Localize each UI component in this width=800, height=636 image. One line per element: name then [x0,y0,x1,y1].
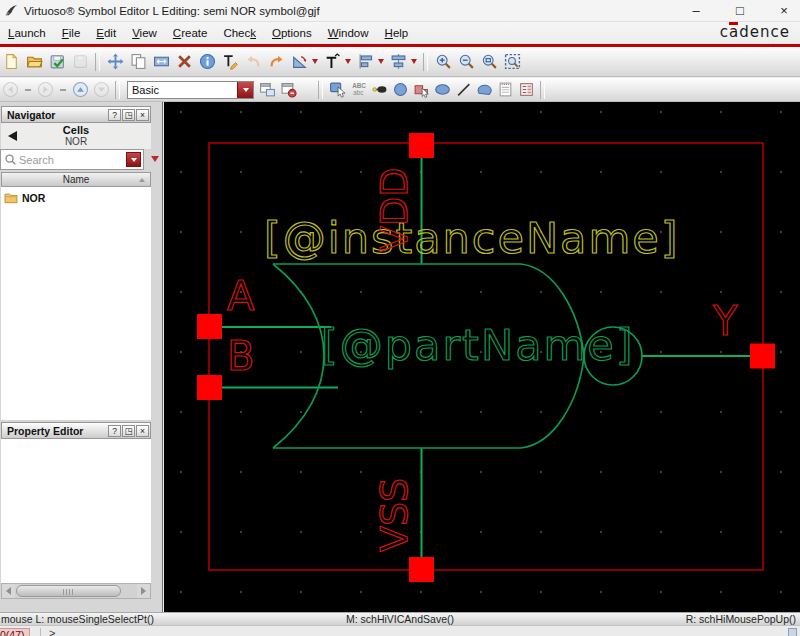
command-row[interactable]: 0(47) > [0,625,800,636]
symbol-canvas[interactable]: [@instanceName] [@partName] A B Y VDD VS… [164,102,800,612]
property-editor-body [1,439,151,583]
property-editor-help-button[interactable]: ? [108,425,121,437]
zoom-area-button[interactable] [478,51,501,73]
scroll-left-button[interactable] [2,584,15,598]
properties-button[interactable] [196,51,219,73]
open-button[interactable] [23,51,46,73]
align-dropdown[interactable] [378,59,384,64]
save-as-button[interactable] [69,51,92,73]
forward-dropdown[interactable] [60,89,66,91]
ellipse-shape-icon [434,81,451,98]
up-hierarchy-button[interactable] [70,80,91,100]
search-input[interactable] [19,154,126,166]
redo-button[interactable] [265,51,288,73]
selection-mode-button[interactable] [327,80,348,100]
navigator-help-button[interactable]: ? [108,109,121,121]
pin-label-vss[interactable]: VSS [372,478,416,552]
zoom-out-button[interactable] [455,51,478,73]
delete-icon [176,53,193,70]
window-title: Virtuoso® Symbol Editor L Editing: semi … [24,5,320,17]
property-editor-close-button[interactable]: × [136,425,149,437]
pin-label-vdd[interactable]: VDD [372,167,416,252]
mini-scrollbar[interactable] [788,628,797,636]
zoom-fit-button[interactable] [501,51,524,73]
property-editor-float-button[interactable]: ◳ [122,425,135,437]
down-hierarchy-button[interactable] [91,80,112,100]
zoom-in-button[interactable] [432,51,455,73]
menu-options[interactable]: Options [264,22,320,44]
label-dropdown[interactable] [345,59,351,64]
distribute-button[interactable] [387,51,410,73]
menu-file[interactable]: File [54,22,89,44]
create-pin-button[interactable] [369,80,390,100]
close-window-button[interactable] [278,80,299,100]
horizontal-scrollbar[interactable] [1,583,151,599]
new-file-button[interactable] [0,51,23,73]
pin-label-y[interactable]: Y [712,298,738,344]
create-arc-button[interactable] [474,80,495,100]
undo-button[interactable] [242,51,265,73]
search-field[interactable] [0,149,144,170]
distribute-dropdown[interactable] [411,59,417,64]
copy-button[interactable] [127,51,150,73]
maximize-button[interactable]: □ [732,1,748,21]
back-button[interactable] [0,80,21,100]
navigator-title: Navigator [2,109,108,121]
y-pin[interactable] [750,344,775,369]
label-button[interactable] [321,51,344,73]
menu-view[interactable]: View [124,22,165,44]
delete-button[interactable] [173,51,196,73]
create-note-button[interactable] [495,80,516,100]
menu-launch[interactable]: Launch [0,22,54,44]
search-filter-button[interactable] [126,152,141,167]
align-button[interactable] [354,51,377,73]
stretch-button[interactable] [150,51,173,73]
close-button[interactable]: × [776,1,792,21]
navigator-float-button[interactable]: ◳ [122,109,135,121]
align-icon [357,53,374,70]
scrollbar-thumb[interactable] [16,585,121,597]
menu-window[interactable]: Window [320,22,377,44]
name-column-header[interactable]: Name [1,172,151,187]
instance-name-label[interactable]: [@instanceName] [264,213,680,263]
navigator-close-button[interactable]: × [136,109,149,121]
property-sheet-button[interactable] [516,80,537,100]
scroll-right-button[interactable] [137,584,150,598]
menu-check[interactable]: Check [215,22,264,44]
line-shape-icon [455,81,472,98]
menu-help[interactable]: Help [377,22,417,44]
vdd-pin[interactable] [409,133,434,158]
minimize-button[interactable]: – [688,1,704,21]
rotate-button[interactable] [288,51,311,73]
chevron-down-icon [243,88,249,92]
menu-edit[interactable]: Edit [88,22,124,44]
navigator-header[interactable]: Navigator ? ◳ × [1,106,151,123]
menu-bar: Launch File Edit View Create Check Optio… [0,22,800,44]
combo-dropdown-button[interactable] [237,82,253,98]
save-button[interactable] [46,51,69,73]
pin-label-a[interactable]: A [227,273,255,319]
panel-options-dropdown[interactable] [151,156,159,162]
property-editor-header[interactable]: Property Editor ? ◳ × [1,422,151,439]
style-combo[interactable]: Basic [127,81,254,99]
mouse-middle-binding: M: schHiVICAndSave() [346,613,454,625]
create-circle-button[interactable] [390,80,411,100]
back-dropdown[interactable] [25,89,31,91]
menu-create[interactable]: Create [165,22,216,44]
list-item-nor[interactable]: NOR [1,190,151,205]
b-pin[interactable] [197,375,222,400]
rotate-dropdown[interactable] [312,59,318,64]
forward-button[interactable] [35,80,56,100]
workspace-windows-button[interactable] [257,80,278,100]
pin-label-b[interactable]: B [227,333,254,379]
part-name-label[interactable]: [@partName] [321,320,635,370]
create-label-button[interactable]: ABCabc [348,80,369,100]
create-polygon-button[interactable] [411,80,432,100]
create-ellipse-button[interactable] [432,80,453,100]
edit-text-button[interactable] [219,51,242,73]
create-line-button[interactable] [453,80,474,100]
command-prompt[interactable]: > [49,627,55,636]
a-pin[interactable] [197,314,222,339]
move-button[interactable] [104,51,127,73]
vss-pin[interactable] [409,557,434,582]
